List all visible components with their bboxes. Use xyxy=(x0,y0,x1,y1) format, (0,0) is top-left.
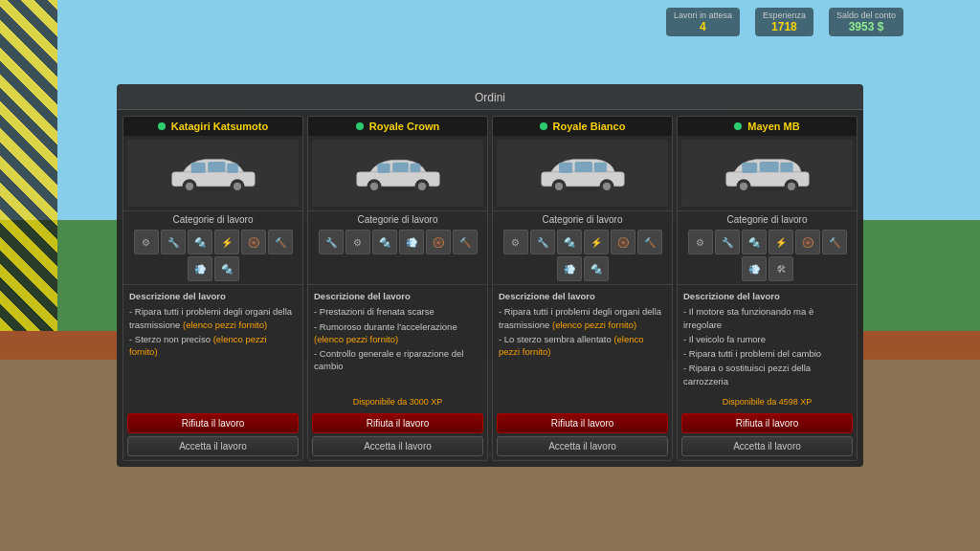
accept-button-royale-crown[interactable]: Accetta il lavoro xyxy=(312,436,483,456)
cat-icon: 🔧 xyxy=(319,230,344,254)
order-card-royale-bianco: Royale Bianco Categorie di lavoro xyxy=(492,116,673,461)
card-header-mayen-mb: Mayen MB xyxy=(678,117,857,136)
car-name-royale-bianco: Royale Bianco xyxy=(553,121,626,132)
cat-icon: 🛞 xyxy=(795,230,820,254)
svg-point-8 xyxy=(233,182,240,189)
card-header-katagiri: Katagiri Katsumoto xyxy=(123,117,302,136)
cat-icon: ⚡ xyxy=(768,230,793,254)
category-label-royale-crown: Categorie di lavoro xyxy=(308,210,487,227)
car-image-royale-crown xyxy=(312,140,483,207)
svg-rect-29 xyxy=(742,162,757,172)
car-svg-royale-bianco xyxy=(535,146,631,199)
cat-icon: 💨 xyxy=(557,256,582,281)
cat-icon: 🔩 xyxy=(372,230,397,254)
card-buttons-katagiri: Rifiuta il lavoro Accetta il lavoro xyxy=(123,409,302,460)
cat-icon: 🔩 xyxy=(214,256,239,281)
cat-icon: ⚙ xyxy=(134,230,159,254)
svg-rect-11 xyxy=(377,163,390,172)
hud-waiting: Lavori in attesa 4 xyxy=(666,8,740,36)
card-buttons-mayen-mb: Rifiuta il lavoro Accetta il lavoro xyxy=(678,409,857,460)
availability-royale-crown: Disponibile da 3000 XP xyxy=(308,394,487,409)
cat-icon: ⚙ xyxy=(688,230,713,254)
availability-mayen-mb: Disponibile da 4598 XP xyxy=(678,394,857,409)
cat-icon: 🛞 xyxy=(611,230,635,254)
svg-rect-13 xyxy=(410,163,420,171)
work-description-mayen-mb: Descrizione del lavoro - Il motore sta f… xyxy=(678,284,857,394)
order-card-royale-crown: Royale Crown Categorie di lavoro xyxy=(307,116,488,461)
reject-button-royale-bianco[interactable]: Rifiuta il lavoro xyxy=(497,413,668,433)
card-header-royale-crown: Royale Crown xyxy=(308,117,487,136)
cat-icon: 🔨 xyxy=(268,230,293,254)
orders-modal: Ordini Katagiri Katsumoto xyxy=(117,84,863,467)
reject-button-katagiri[interactable]: Rifiuta il lavoro xyxy=(127,413,299,433)
warning-stripe xyxy=(0,0,57,331)
cat-icon: 🔨 xyxy=(453,230,478,254)
cat-icon: 🔧 xyxy=(530,230,555,254)
work-description-katagiri: Descrizione del lavoro - Ripara tutti i … xyxy=(123,284,302,394)
cat-icon: 🛠 xyxy=(768,256,793,281)
category-icons-katagiri: ⚙ 🔧 🔩 ⚡ 🛞 🔨 💨 🔩 xyxy=(123,227,302,284)
hud-bar: Lavori in attesa 4 Esperienza 1718 Saldo… xyxy=(666,8,903,36)
category-label-royale-bianco: Categorie di lavoro xyxy=(493,210,672,227)
car-name-katagiri: Katagiri Katsumoto xyxy=(171,121,268,132)
modal-title: Ordini xyxy=(475,91,505,104)
status-dot-royale-bianco xyxy=(540,122,547,130)
category-icons-royale-crown: 🔧 ⚙ 🔩 💨 🛞 🔨 xyxy=(308,227,487,284)
status-dot-mayen-mb xyxy=(734,122,742,130)
order-card-katagiri: Katagiri Katsumoto Categorie di lavoro xyxy=(122,116,303,461)
status-dot-katagiri xyxy=(158,122,166,130)
work-description-royale-bianco: Descrizione del lavoro - Ripara tutti i … xyxy=(493,284,672,394)
cat-icon: ⚙ xyxy=(503,230,528,254)
hud-balance: Saldo del conto 3953 $ xyxy=(829,8,903,36)
svg-rect-2 xyxy=(190,162,205,172)
svg-point-24 xyxy=(554,182,562,189)
accept-button-mayen-mb[interactable]: Accetta il lavoro xyxy=(681,436,853,456)
category-icons-royale-bianco: ⚙ 🔧 🔩 ⚡ 🛞 🔨 💨 🔩 xyxy=(493,227,672,284)
card-header-royale-bianco: Royale Bianco xyxy=(493,117,672,136)
modal-title-bar: Ordini xyxy=(117,84,863,110)
svg-rect-22 xyxy=(593,162,606,171)
svg-point-33 xyxy=(739,182,746,189)
svg-rect-20 xyxy=(559,162,572,172)
category-icons-mayen-mb: ⚙ 🔧 🔩 ⚡ 🛞 🔨 💨 🛠 xyxy=(678,227,857,284)
svg-rect-21 xyxy=(574,161,591,171)
cat-icon: 💨 xyxy=(742,256,767,281)
svg-point-15 xyxy=(369,182,377,189)
cat-icon: 🔩 xyxy=(557,230,582,254)
svg-point-17 xyxy=(417,182,425,189)
svg-rect-4 xyxy=(227,163,238,172)
car-name-royale-crown: Royale Crown xyxy=(369,121,439,132)
accept-button-royale-bianco[interactable]: Accetta il lavoro xyxy=(497,436,668,456)
cat-icon: ⚡ xyxy=(584,230,609,254)
hud-experience: Esperienza 1718 xyxy=(755,8,813,36)
cat-icon: 💨 xyxy=(188,256,212,281)
category-label-mayen-mb: Categorie di lavoro xyxy=(678,210,857,227)
svg-rect-31 xyxy=(780,162,792,171)
cat-icon: 🛞 xyxy=(241,230,266,254)
status-dot-royale-crown xyxy=(356,122,364,130)
cat-icon: 🔧 xyxy=(715,230,740,254)
modal-body: Katagiri Katsumoto Categorie di lavoro xyxy=(117,110,863,467)
reject-button-royale-crown[interactable]: Rifiuta il lavoro xyxy=(312,413,483,433)
car-svg-mayen-mb xyxy=(720,146,815,199)
cat-icon: 🛞 xyxy=(426,230,451,254)
car-name-mayen-mb: Mayen MB xyxy=(747,121,799,132)
card-buttons-royale-crown: Rifiuta il lavoro Accetta il lavoro xyxy=(308,409,487,460)
cat-icon: 🔩 xyxy=(188,230,212,254)
cat-icon: ⚙ xyxy=(345,230,370,254)
car-image-mayen-mb xyxy=(681,140,853,207)
cat-icon: 💨 xyxy=(399,230,424,254)
cat-icon: 🔨 xyxy=(822,230,847,254)
reject-button-mayen-mb[interactable]: Rifiuta il lavoro xyxy=(681,413,853,433)
car-svg-katagiri xyxy=(166,146,261,199)
cat-icon: 🔨 xyxy=(637,230,662,254)
car-image-katagiri xyxy=(127,140,299,207)
order-card-mayen-mb: Mayen MB Categorie di lavoro ⚙ xyxy=(677,116,858,461)
category-label-katagiri: Categorie di lavoro xyxy=(123,210,302,227)
cat-icon: ⚡ xyxy=(214,230,239,254)
svg-rect-12 xyxy=(392,162,409,171)
svg-point-6 xyxy=(185,182,192,189)
svg-rect-30 xyxy=(759,161,778,171)
accept-button-katagiri[interactable]: Accetta il lavoro xyxy=(127,436,299,456)
car-image-royale-bianco xyxy=(497,140,668,207)
